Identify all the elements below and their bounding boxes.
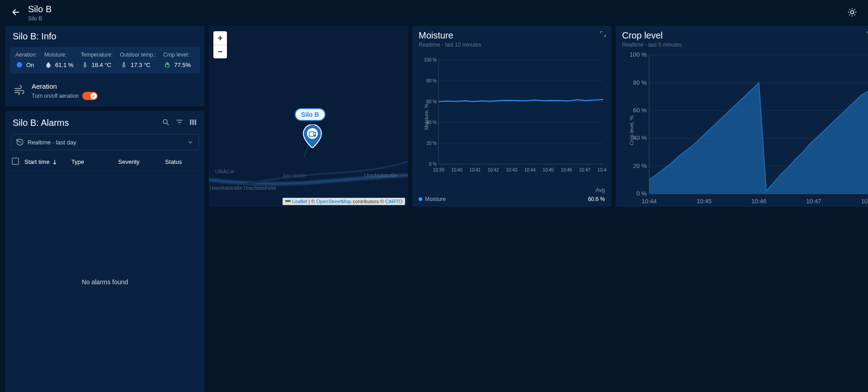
- svg-text:80 %: 80 %: [426, 78, 437, 83]
- crop-level-widget: Crop level Realtime - last 5 minutes Cro…: [616, 26, 868, 207]
- history-icon: [16, 138, 24, 146]
- filter-button[interactable]: [174, 116, 185, 129]
- map-marker-pin[interactable]: [303, 124, 322, 149]
- flag-icon: [285, 200, 291, 204]
- svg-text:60 %: 60 %: [426, 99, 437, 104]
- col-type[interactable]: Type: [71, 158, 118, 165]
- header: Silo B Silo B: [0, 0, 868, 26]
- svg-text:0 %: 0 %: [429, 162, 437, 167]
- zoom-in-button[interactable]: +: [213, 31, 227, 45]
- svg-text:10:44: 10:44: [642, 198, 657, 205]
- zoom-control: + −: [213, 31, 227, 58]
- aeration-heading: Aeration: [32, 82, 98, 90]
- map-pin-icon: [303, 124, 322, 148]
- zoom-out-button[interactable]: −: [213, 45, 227, 58]
- timerange-selector[interactable]: Realtime - last day: [11, 134, 199, 150]
- map-text-alte: Alte Straße: [283, 173, 306, 178]
- svg-text:10:39: 10:39: [433, 167, 444, 172]
- svg-text:10:44: 10:44: [524, 167, 536, 172]
- svg-rect-47: [166, 65, 169, 67]
- sort-down-icon: [52, 159, 58, 165]
- legend-dot: [419, 197, 422, 201]
- stat-aeration: Aeration: On: [15, 52, 37, 69]
- dashboard-title-block: Silo B Silo B: [28, 4, 52, 22]
- aeration-sub: Turn on/off aeration: [32, 93, 79, 99]
- stat-outdoor: Outdoor temp.: 17.3 °C: [120, 52, 156, 69]
- svg-point-3: [314, 135, 316, 137]
- svg-text:10:47: 10:47: [806, 198, 821, 205]
- svg-text:10:45: 10:45: [697, 198, 712, 205]
- expand-button[interactable]: [599, 30, 607, 39]
- col-status[interactable]: Status: [165, 158, 198, 165]
- right-column: Silo B: Info Aeration: On Moisture: 61.1…: [5, 26, 204, 392]
- svg-text:10:48: 10:48: [597, 167, 607, 172]
- svg-text:60 %: 60 %: [633, 107, 647, 114]
- widget-title: Moisture: [419, 30, 481, 41]
- map-text-urach: URACH: [215, 169, 234, 174]
- crop-chart: Crop level, % 0 %20 %40 %60 %80 %100 %10…: [616, 49, 868, 207]
- select-all-checkbox[interactable]: [12, 158, 19, 165]
- svg-text:20 %: 20 %: [426, 141, 437, 146]
- info-title: Silo B: Info: [5, 26, 204, 47]
- carto-link[interactable]: CARTO: [385, 199, 402, 204]
- expand-icon: [866, 30, 868, 38]
- map-attribution: Leaflet | © OpenStreetMap contributors ©…: [283, 198, 405, 205]
- svg-text:100 %: 100 %: [424, 57, 437, 62]
- svg-text:0 %: 0 %: [637, 190, 647, 197]
- svg-text:80 %: 80 %: [633, 79, 647, 86]
- columns-button[interactable]: [187, 116, 199, 129]
- columns-icon: [189, 118, 197, 126]
- svg-text:10:40: 10:40: [451, 167, 462, 172]
- widget-subtitle: Realtime - last 5 minutes: [622, 42, 682, 48]
- aeration-status-icon: [15, 61, 24, 69]
- map-text-road3: Urachtalstraße Urachtalstraße: [210, 185, 276, 191]
- search-button[interactable]: [160, 116, 172, 129]
- thermometer-icon: [120, 61, 128, 69]
- aeration-toggle[interactable]: [82, 92, 98, 100]
- col-start-time[interactable]: Start time: [24, 158, 71, 165]
- widget-title: Crop level: [622, 30, 682, 41]
- map-marker-label[interactable]: Silo B: [295, 108, 326, 121]
- chevron-down-icon: [187, 139, 194, 146]
- thermometer-icon: [81, 61, 89, 69]
- avg-label: Avg: [419, 187, 605, 193]
- svg-rect-50: [193, 120, 194, 125]
- alarm-table-header: Start time Type Severity Status: [5, 153, 204, 171]
- theme-toggle-button[interactable]: [844, 4, 861, 22]
- alarms-title: Silo B: Alarms: [13, 118, 158, 128]
- svg-text:10:41: 10:41: [469, 167, 481, 172]
- stat-moisture: Moisture: 61.1 %: [44, 52, 73, 69]
- legend-name: Moisture: [425, 196, 588, 202]
- svg-text:10:46: 10:46: [561, 167, 572, 172]
- svg-text:10:47: 10:47: [579, 167, 590, 172]
- alarms-empty-label: No alarms found: [5, 171, 204, 392]
- map-text-road2: Urachtalstraße: [364, 172, 397, 178]
- leaflet-link[interactable]: Leaflet: [292, 199, 307, 204]
- aeration-control: Aeration Turn on/off aeration: [5, 78, 204, 106]
- filter-icon: [175, 118, 184, 126]
- map-canvas[interactable]: URACH Urachtalstraße Urachtalstraße Urac…: [209, 26, 408, 207]
- svg-point-0: [850, 10, 854, 14]
- y-axis-label: Crop level, %: [629, 115, 634, 145]
- silo-icon: [163, 61, 171, 69]
- svg-text:40 %: 40 %: [633, 134, 647, 141]
- info-stats: Aeration: On Moisture: 61.1 % Temperatur…: [10, 47, 200, 73]
- osm-link[interactable]: OpenStreetMap: [316, 199, 351, 204]
- svg-text:10:46: 10:46: [751, 198, 766, 205]
- legend-row-moisture: Moisture 60.6 %: [419, 196, 605, 202]
- svg-rect-49: [190, 120, 191, 125]
- widget-subtitle: Realtime - last 10 minutes: [419, 42, 481, 48]
- dashboard-title: Silo B: [28, 4, 52, 14]
- droplet-icon: [44, 61, 52, 69]
- timerange-label: Realtime - last day: [28, 139, 183, 146]
- dashboard-subtitle: Silo B: [28, 15, 52, 22]
- stat-temperature: Temperature: 18.4 °C: [81, 52, 113, 69]
- map-widget: URACH Urachtalstraße Urachtalstraße Urac…: [209, 26, 408, 207]
- back-button[interactable]: [7, 4, 24, 22]
- svg-text:10:42: 10:42: [488, 167, 499, 172]
- arrow-left-icon: [11, 7, 21, 17]
- col-severity[interactable]: Severity: [118, 158, 165, 165]
- svg-rect-51: [195, 120, 196, 125]
- info-widget: Silo B: Info Aeration: On Moisture: 61.1…: [5, 26, 204, 106]
- expand-button[interactable]: [866, 30, 868, 39]
